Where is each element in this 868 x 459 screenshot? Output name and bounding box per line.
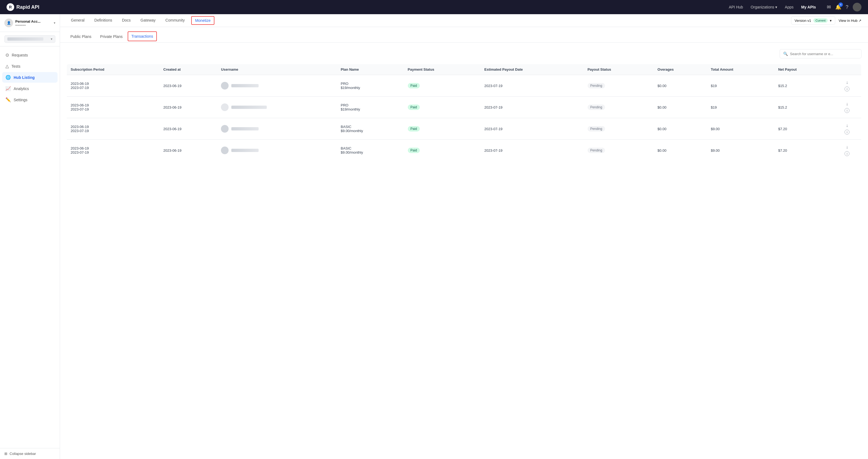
sidebar-item-tests[interactable]: △ Tests [2,61,58,71]
status-badge: Paid [408,126,420,131]
sidebar-item-settings[interactable]: ✏️ Settings [2,94,58,105]
user-avatar [221,82,228,90]
download-icon[interactable]: ↓ [846,123,848,128]
cell-created-at: 2023-06-19 [160,75,217,97]
cell-username [217,118,337,140]
collapse-label: Collapse sidebar [9,452,36,456]
cell-subscription-period: 2023-06-192023-07-19 [67,75,160,97]
help-icon-btn[interactable]: ? [846,4,848,10]
cell-subscription-period: 2023-06-192023-07-19 [67,140,160,161]
mail-icon-btn[interactable]: ✉ [827,4,831,10]
view-in-hub-button[interactable]: View in Hub ↗ [839,19,862,23]
col-username: Username [217,64,337,75]
col-total-amount: Total Amount [707,64,774,75]
search-box[interactable]: 🔍 [780,49,862,58]
download-icon[interactable]: ↓ [846,101,848,106]
cell-overages: $0.00 [654,118,707,140]
col-payment-status: Payment Status [404,64,480,75]
cell-actions: ↓ i [833,140,861,161]
tab-general[interactable]: General [67,14,89,27]
tab-private-plans[interactable]: Private Plans [96,32,126,42]
sidebar: 👤 Personal Acc... •••••••••• ▾ ▾ ⊙ Reque… [0,14,60,459]
nav-api-hub[interactable]: API Hub [729,5,743,9]
collapse-sidebar-button[interactable]: ⊞ Collapse sidebar [4,452,55,456]
info-icon[interactable]: i [844,151,849,156]
username-blurred [231,127,258,130]
sidebar-item-label: Hub Listing [13,75,35,80]
cell-created-at: 2023-06-19 [160,97,217,118]
sidebar-item-label: Tests [11,64,21,68]
sidebar-item-label: Settings [13,98,28,102]
logo-icon: R [6,3,14,11]
sidebar-item-analytics[interactable]: 📈 Analytics [2,83,58,94]
sidebar-item-label: Requests [12,53,28,57]
tab-community[interactable]: Community [161,14,189,27]
cell-plan-name: BASIC$9.00/monthly [337,140,404,161]
cell-payment-status: Paid [404,118,480,140]
settings-icon: ✏️ [5,97,11,102]
cell-overages: $0.00 [654,97,707,118]
current-tag: Current [813,18,828,23]
logo-text: Rapid API [17,4,39,10]
nav-my-apis[interactable]: My APIs [801,5,816,9]
logo[interactable]: R Rapid API [6,3,39,11]
cell-payment-status: Paid [404,75,480,97]
cell-total-amount: $19 [707,75,774,97]
user-avatar [221,103,228,111]
version-selector[interactable]: Version v1 Current ▾ [791,17,835,25]
col-estimated-payout-date: Estimated Payout Date [480,64,584,75]
topnav-links: API Hub Organizations ▾ Apps My APIs [48,5,816,9]
download-icon[interactable]: ↓ [846,145,848,150]
cell-plan-name: PRO$19/monthly [337,97,404,118]
bell-icon-btn[interactable]: 🔔 8 [835,4,841,10]
cell-plan-name: BASIC$9.00/monthly [337,118,404,140]
col-overages: Overages [654,64,707,75]
user-avatar [221,147,228,154]
cell-net-payout: $7.20 [774,140,833,161]
sidebar-nav: ⊙ Requests △ Tests 🌐 Hub Listing 📈 Analy… [0,47,60,448]
main-tab-bar: General Definitions Docs Gateway Communi… [60,14,868,27]
nav-organizations[interactable]: Organizations ▾ [751,5,777,9]
cell-payout-status: Pending [584,97,654,118]
tab-bar-right: Version v1 Current ▾ View in Hub ↗ [791,17,862,25]
nav-apps[interactable]: Apps [785,5,794,9]
user-avatar [221,125,228,133]
mail-icon: ✉ [827,4,831,10]
payout-status-badge: Pending [588,126,605,131]
cell-created-at: 2023-06-19 [160,118,217,140]
account-selector[interactable]: 👤 Personal Acc... •••••••••• ▾ [0,14,60,32]
tab-public-plans[interactable]: Public Plans [67,32,95,42]
chevron-down-icon: ▾ [54,21,55,25]
username-blurred [231,84,258,87]
info-icon[interactable]: i [844,108,849,113]
info-icon[interactable]: i [844,87,849,91]
table-row: 2023-06-192023-07-19 2023-06-19 PRO$19/m… [67,75,862,97]
tab-definitions[interactable]: Definitions [90,14,117,27]
cell-username [217,97,337,118]
download-icon[interactable]: ↓ [846,80,848,85]
cell-overages: $0.00 [654,140,707,161]
api-dropdown[interactable]: ▾ [4,35,55,43]
cell-total-amount: $9.00 [707,118,774,140]
cell-subscription-period: 2023-06-192023-07-19 [67,97,160,118]
tests-icon: △ [5,64,9,69]
sidebar-item-hub-listing[interactable]: 🌐 Hub Listing [2,72,58,83]
user-avatar[interactable] [853,3,862,11]
tab-transactions[interactable]: Transactions [128,31,157,41]
tab-docs[interactable]: Docs [118,14,135,27]
cell-plan-name: PRO$19/monthly [337,75,404,97]
sidebar-item-requests[interactable]: ⊙ Requests [2,50,58,60]
cell-total-amount: $19 [707,97,774,118]
tab-gateway[interactable]: Gateway [136,14,160,27]
table-row: 2023-06-192023-07-19 2023-06-19 BASIC$9.… [67,140,862,161]
cell-payout-status: Pending [584,118,654,140]
cell-username [217,75,337,97]
table-row: 2023-06-192023-07-19 2023-06-19 PRO$19/m… [67,97,862,118]
tab-monetize[interactable]: Monetize [191,16,214,25]
col-subscription-period: Subscription Period [67,64,160,75]
search-input[interactable] [790,52,858,56]
cell-actions: ↓ i [833,118,861,140]
username-blurred [231,149,258,152]
notification-badge: 8 [839,2,843,7]
info-icon[interactable]: i [844,130,849,134]
